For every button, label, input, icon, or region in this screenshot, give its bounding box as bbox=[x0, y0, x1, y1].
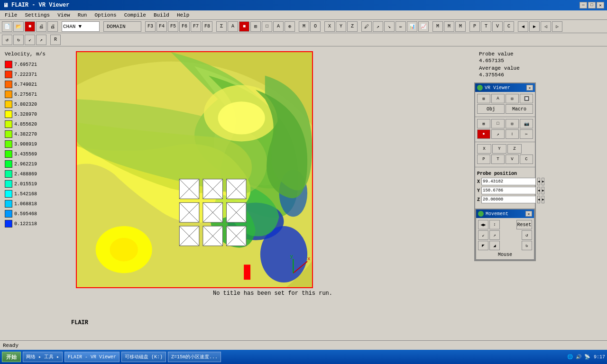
tb-icon-3[interactable]: ■ bbox=[239, 21, 249, 32]
vr-icon-2[interactable]: A bbox=[491, 94, 505, 103]
tb-icon-x[interactable]: X bbox=[324, 21, 335, 32]
tb2-icon-4[interactable]: ↗ bbox=[36, 35, 46, 45]
tb2-icon-r[interactable]: R bbox=[50, 35, 61, 45]
taskbar-drive[interactable]: 可移动磁盘 (K:) bbox=[121, 352, 166, 362]
f8-button[interactable]: F8 bbox=[202, 21, 212, 32]
vr-c-button[interactable]: C bbox=[520, 155, 533, 164]
vr-icon-6[interactable]: □ bbox=[491, 119, 505, 128]
tb-icon-2[interactable]: A bbox=[228, 21, 238, 32]
print2-button[interactable]: 🖨 bbox=[47, 21, 58, 32]
mov-btn-1[interactable]: ◀▶ bbox=[478, 220, 488, 229]
menu-compile[interactable]: Compile bbox=[121, 12, 149, 18]
tb-icon-chart2[interactable]: 📈 bbox=[418, 21, 429, 32]
probe-z-dec[interactable]: ◀ bbox=[537, 196, 540, 203]
tb-icon-o[interactable]: O bbox=[310, 21, 321, 32]
f5-button[interactable]: F5 bbox=[168, 21, 178, 32]
probe-x-inc[interactable]: ▶ bbox=[542, 178, 544, 185]
vr-icon-10[interactable]: ↗ bbox=[491, 129, 505, 139]
tb-icon-arrow-dn[interactable]: ↘ bbox=[384, 21, 395, 32]
taskbar-flair[interactable]: FLAIR - VR Viewer bbox=[64, 352, 120, 362]
probe-x-input[interactable] bbox=[481, 178, 536, 185]
vr-icon-8[interactable]: 📷 bbox=[520, 119, 533, 128]
start-button[interactable]: 开始 bbox=[2, 352, 21, 362]
new-button[interactable]: 📄 bbox=[2, 21, 12, 32]
save-button[interactable]: ■ bbox=[25, 21, 35, 32]
mov-btn-6[interactable]: ◤ bbox=[478, 241, 488, 250]
vr-icon-4[interactable]: 🔲 bbox=[520, 94, 533, 103]
tb-icon-6[interactable]: A bbox=[273, 21, 284, 32]
tb-icon-v[interactable]: V bbox=[492, 21, 503, 32]
vr-y-button[interactable]: Y bbox=[492, 144, 506, 154]
mov-btn-8[interactable]: ↻ bbox=[522, 241, 532, 250]
vr-icon-3[interactable]: ⊟ bbox=[506, 94, 519, 103]
tb-icon-m4[interactable]: M bbox=[455, 21, 466, 32]
menu-file[interactable]: File bbox=[2, 12, 20, 18]
probe-z-inc[interactable]: ▶ bbox=[542, 196, 544, 203]
menu-help[interactable]: Help bbox=[174, 12, 192, 18]
tb-icon-y[interactable]: Y bbox=[336, 21, 346, 32]
f7-button[interactable]: F7 bbox=[191, 21, 201, 32]
mov-btn-5[interactable]: ↺ bbox=[522, 230, 532, 240]
tb-icon-arrow-up[interactable]: ↗ bbox=[373, 21, 383, 32]
vr-v-button[interactable]: V bbox=[506, 155, 519, 164]
vr-icon-1[interactable]: ⊞ bbox=[477, 94, 490, 103]
menu-run[interactable]: Run bbox=[75, 12, 90, 18]
menu-settings[interactable]: Settings bbox=[22, 12, 53, 18]
close-button[interactable]: ✕ bbox=[597, 2, 604, 9]
tb-icon-arr2[interactable]: ▶ bbox=[529, 21, 540, 32]
tb-icon-arr4[interactable]: ▷ bbox=[552, 21, 562, 32]
tb-icon-pencil[interactable]: ✏ bbox=[395, 21, 406, 32]
vr-icon-12[interactable]: ✂ bbox=[520, 129, 533, 139]
menu-options[interactable]: Options bbox=[92, 12, 119, 18]
mov-btn-3[interactable]: ↙ bbox=[478, 230, 488, 240]
tb-icon-brush[interactable]: 🖊 bbox=[361, 21, 372, 32]
vr-icon-9[interactable]: ● bbox=[477, 129, 490, 139]
cfd-canvas[interactable]: x y bbox=[76, 51, 313, 288]
vr-icon-5[interactable]: ⊠ bbox=[477, 119, 490, 128]
probe-y-input[interactable] bbox=[481, 187, 536, 194]
tb-icon-p[interactable]: P bbox=[469, 21, 480, 32]
maximize-button[interactable]: □ bbox=[588, 2, 596, 9]
taskbar-network[interactable]: 网络 ▸ 工具 ▸ bbox=[23, 352, 63, 362]
taskbar-z15[interactable]: Z=15m的小区速度... bbox=[168, 352, 221, 362]
tb-icon-m[interactable]: M bbox=[299, 21, 309, 32]
tb-icon-m3[interactable]: M bbox=[444, 21, 454, 32]
mov-reset-button[interactable]: Reset bbox=[516, 220, 532, 229]
vr-obj-button[interactable]: Obj bbox=[477, 104, 505, 114]
tb-icon-4[interactable]: ⊞ bbox=[250, 21, 261, 32]
vr-macro-button[interactable]: Macro bbox=[506, 104, 533, 114]
tb-icon-c[interactable]: C bbox=[504, 21, 514, 32]
vr-t-button[interactable]: T bbox=[491, 155, 505, 164]
menu-build[interactable]: Build bbox=[151, 12, 172, 18]
mov-btn-7[interactable]: ◢ bbox=[489, 241, 500, 250]
tb-icon-m2[interactable]: M bbox=[432, 21, 443, 32]
vr-x-button[interactable]: X bbox=[477, 144, 491, 154]
print-button[interactable]: 🖨 bbox=[36, 21, 46, 32]
tb-icon-1[interactable]: Σ bbox=[216, 21, 227, 32]
chan-dropdown[interactable]: CHAN ▼ bbox=[62, 21, 100, 32]
tb-icon-5[interactable]: □ bbox=[262, 21, 272, 32]
tb-icon-arr1[interactable]: ◀ bbox=[518, 21, 528, 32]
probe-x-dec[interactable]: ◀ bbox=[537, 178, 540, 185]
tb-icon-t[interactable]: T bbox=[481, 21, 491, 32]
tb2-icon-1[interactable]: ↺ bbox=[2, 35, 12, 45]
tb2-icon-2[interactable]: ↻ bbox=[13, 35, 24, 45]
f4-button[interactable]: F4 bbox=[156, 21, 167, 32]
f6-button[interactable]: F6 bbox=[179, 21, 190, 32]
menu-view[interactable]: View bbox=[55, 12, 73, 18]
tb-icon-7[interactable]: ⊕ bbox=[285, 21, 295, 32]
vr-icon-11[interactable]: ↕ bbox=[506, 129, 519, 139]
vr-p-button[interactable]: P bbox=[477, 155, 490, 164]
tb-icon-arr3[interactable]: ◁ bbox=[541, 21, 551, 32]
vr-close-button[interactable]: ✕ bbox=[526, 85, 533, 91]
vr-z-button[interactable]: Z bbox=[507, 144, 522, 154]
probe-y-dec[interactable]: ◀ bbox=[537, 187, 540, 194]
domain-button[interactable]: DOMAIN bbox=[103, 21, 141, 32]
tb-icon-z[interactable]: Z bbox=[347, 21, 358, 32]
mov-btn-4[interactable]: ↗ bbox=[489, 230, 500, 240]
mov-btn-2[interactable]: ↕ bbox=[489, 220, 500, 229]
probe-z-input[interactable] bbox=[481, 196, 536, 203]
tb-icon-chart[interactable]: 📊 bbox=[407, 21, 417, 32]
tb2-icon-3[interactable]: ↙ bbox=[25, 35, 35, 45]
probe-y-inc[interactable]: ▶ bbox=[542, 187, 544, 194]
